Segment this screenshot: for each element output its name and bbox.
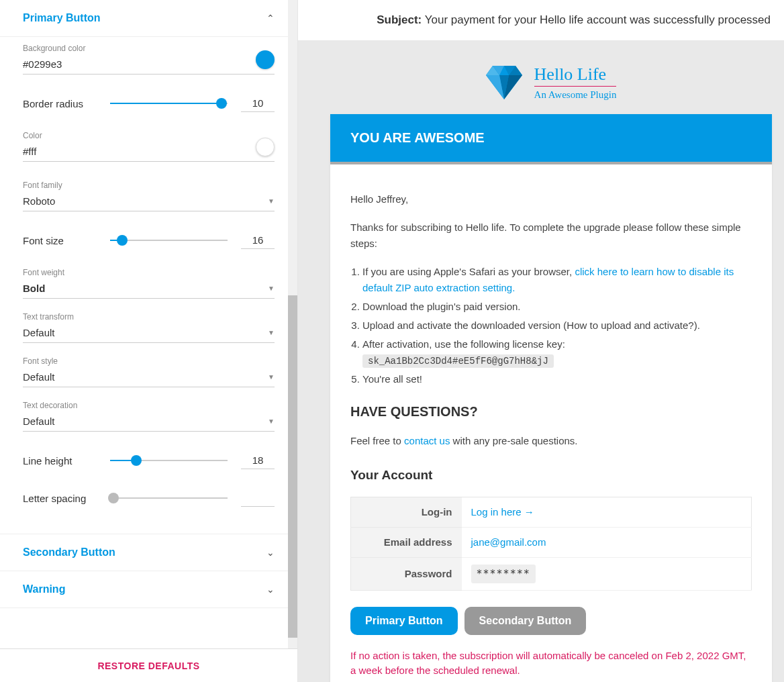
label-letter-spacing: Letter spacing [23,493,97,504]
table-row: Log-in Log in here → [351,497,752,527]
label-text-decoration: Text decoration [23,401,275,410]
table-row: Password ******** [351,557,752,590]
secondary-button[interactable]: Secondary Button [464,607,587,635]
slider-font-size[interactable] [110,234,228,247]
email-card: YOU ARE AWESOME Hello Jeffrey, Thanks fo… [330,114,772,682]
field-font-size: Font size [23,232,275,249]
password-value: ******** [471,565,536,583]
sidebar: Primary Button ⌃ Background color Border… [0,0,298,682]
sidebar-scrollbar-thumb[interactable] [288,295,297,638]
label-bg-color: Background color [23,44,275,53]
caret-down-icon: ▼ [268,329,275,336]
caret-down-icon: ▼ [268,197,275,205]
field-color: Color [23,131,275,162]
swatch-bg-color[interactable] [256,50,275,69]
subject-label: Subject: [377,13,422,26]
table-row: Email address jane@gmail.com [351,527,752,557]
section-title: Warning [23,583,65,595]
input-letter-spacing-value[interactable] [241,489,275,507]
label-text-transform: Text transform [23,312,275,322]
account-table: Log-in Log in here → Email address jane@… [350,497,752,591]
field-font-family: Font family ▼ [23,181,275,211]
restore-defaults-button[interactable]: RESTORE DEFAULTS [97,661,199,671]
section-title: Secondary Button [23,546,115,558]
input-border-radius-value[interactable] [241,95,275,112]
preview-pane: Subject: Your payment for your Hello lif… [298,0,784,682]
chevron-down-icon: ⌄ [266,584,275,595]
account-heading: Your Account [350,465,752,485]
select-text-transform[interactable] [23,324,275,343]
login-label: Log-in [351,497,462,527]
select-text-decoration[interactable] [23,413,275,432]
label-font-size: Font size [23,235,97,246]
email-greeting: Hello Jeffrey, [350,191,752,207]
caret-down-icon: ▼ [268,418,275,425]
label-color: Color [23,131,275,140]
section-warning[interactable]: Warning ⌄ [0,571,297,608]
input-color[interactable] [23,143,275,162]
caret-down-icon: ▼ [268,373,275,381]
brand-title: Hello Life [534,64,617,87]
field-font-style: Font style ▼ [23,356,275,387]
contact-link[interactable]: contact us [404,435,450,446]
input-bg-color[interactable] [23,56,275,75]
step-5: You're all set! [362,371,752,387]
chevron-up-icon: ⌃ [266,13,275,23]
license-key: sk_Aa1Bb2Cc3Dd4#eE5fF6@gG7hH8&jJ [362,354,554,368]
input-line-height-value[interactable] [241,452,275,469]
brand: Hello Life An Awesome Plugin [330,54,772,114]
slider-border-radius[interactable] [110,97,228,110]
brand-subtitle: An Awesome Plugin [534,89,617,101]
select-font-weight[interactable] [23,280,275,299]
step-4: After activation, use the following lice… [362,336,752,369]
caret-down-icon: ▼ [268,285,275,292]
label-line-height: Line height [23,455,97,467]
warning-text: If no action is taken, the subscription … [350,648,752,679]
field-text-decoration: Text decoration ▼ [23,401,275,432]
questions-heading: HAVE QUESTIONS? [350,401,752,422]
primary-button[interactable]: Primary Button [350,607,458,635]
label-font-style: Font style [23,356,275,366]
section-primary-button[interactable]: Primary Button ⌃ [0,0,297,37]
field-border-radius: Border radius [23,95,275,112]
step-1: If you are using Apple's Safari as your … [362,264,752,296]
email-value: jane@gmail.com [462,527,752,557]
password-label: Password [351,557,462,590]
steps-list: If you are using Apple's Safari as your … [350,264,752,387]
email-intro: Thanks for subscribing to Hello life. To… [350,220,752,252]
field-letter-spacing: Letter spacing [23,489,275,507]
subject-text: Your payment for your Hello life account… [425,13,771,26]
field-font-weight: Font weight ▼ [23,268,275,299]
slider-letter-spacing[interactable] [110,491,228,505]
subject-bar: Subject: Your payment for your Hello lif… [298,0,784,40]
button-row: Primary Button Secondary Button [350,607,752,635]
select-font-family[interactable] [23,193,275,211]
chevron-down-icon: ⌄ [266,547,275,558]
field-background-color: Background color [23,44,275,75]
swatch-color[interactable] [256,138,275,156]
input-font-size-value[interactable] [241,232,275,249]
field-text-transform: Text transform ▼ [23,312,275,343]
email-label: Email address [351,527,462,557]
sidebar-scrollbar-track[interactable] [288,0,297,648]
email-banner: YOU ARE AWESOME [330,114,772,164]
label-font-family: Font family [23,181,275,190]
login-link[interactable]: Log in here → [471,506,534,518]
questions-text: Feel free to contact us with any pre-sal… [350,433,752,449]
field-line-height: Line height [23,452,275,469]
section-body-primary: Background color Border radius Color [0,37,297,534]
label-font-weight: Font weight [23,268,275,277]
section-title: Primary Button [23,12,101,24]
step-3: Upload and activate the downloaded versi… [362,318,752,334]
diamond-icon [486,66,522,99]
label-border-radius: Border radius [23,98,97,109]
section-secondary-button[interactable]: Secondary Button ⌄ [0,534,297,571]
step-2: Download the plugin's paid version. [362,299,752,315]
slider-line-height[interactable] [110,454,228,467]
restore-bar: RESTORE DEFAULTS [0,648,297,682]
select-font-style[interactable] [23,369,275,387]
